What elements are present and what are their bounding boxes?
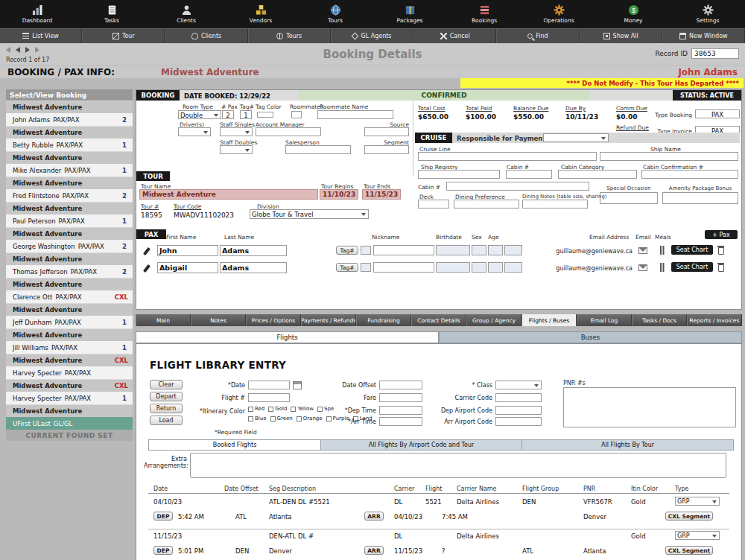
add-pax-button[interactable]: + Pax: [705, 230, 738, 239]
checkbox-icon[interactable]: [297, 416, 302, 421]
age-field[interactable]: [488, 245, 503, 255]
booking-item-client-row[interactable]: Jill Williams PAX/PAX 1: [6, 341, 133, 354]
num-pax-field[interactable]: 2: [222, 110, 234, 119]
dep-time-field[interactable]: [379, 406, 422, 415]
booking-item-client-row[interactable]: Clarence Ott PAX/PAX CXL: [6, 290, 133, 303]
new-window-button[interactable]: New Window: [662, 29, 745, 43]
tag-field[interactable]: 1: [240, 110, 252, 119]
type-booking-field[interactable]: PAX: [695, 109, 740, 118]
flight-type-select[interactable]: GRP: [675, 531, 720, 540]
booking-list-item[interactable]: Midwest Adventure UFirst ULast GL/GL: [6, 404, 133, 430]
segment-field[interactable]: [364, 145, 409, 154]
tag-color-box[interactable]: [361, 263, 371, 272]
tab[interactable]: Main: [136, 314, 191, 326]
amenity-field[interactable]: [662, 192, 738, 204]
tab[interactable]: Prices / Options: [246, 314, 301, 326]
responsible-payment-select[interactable]: [543, 133, 609, 142]
cxl-segment-button[interactable]: CXL Segment: [665, 512, 713, 521]
pax-first-name-field[interactable]: Abigail: [157, 262, 218, 273]
birthdate-field[interactable]: [436, 245, 470, 255]
nav-vendors[interactable]: Vendors: [224, 0, 298, 28]
ship-name-field[interactable]: [600, 152, 738, 161]
deck-field[interactable]: [418, 200, 449, 209]
booking-item-tour-row[interactable]: Midwest Adventure: [6, 176, 133, 189]
nav-packages[interactable]: Packages: [372, 0, 447, 28]
arr-airport-field[interactable]: [495, 417, 542, 426]
tab[interactable]: Email Log: [577, 314, 632, 326]
cancel-button[interactable]: Cancel: [413, 29, 496, 43]
tab[interactable]: Flights / Buses: [522, 314, 577, 326]
booking-list-item[interactable]: Midwest Adventure CXL Harvey Specter PAX…: [6, 379, 133, 404]
cabin-num2-field[interactable]: [446, 182, 589, 191]
booking-item-client-row[interactable]: Fred Flintstone PAX/PAX 2: [6, 189, 133, 202]
tag-button[interactable]: Tag#: [336, 246, 358, 255]
flight-date-field[interactable]: [248, 381, 290, 389]
tour-name-field[interactable]: Midwest Adventure: [139, 189, 318, 200]
booking-item-tour-row[interactable]: Midwest Adventure: [6, 278, 133, 290]
arr-button[interactable]: ARR: [364, 512, 384, 521]
booking-item-client-row[interactable]: Harvey Specter PAX/PAX 1: [6, 392, 133, 404]
tab[interactable]: Reports / Invoices: [687, 314, 742, 326]
color-checkbox[interactable]: Red: [248, 406, 264, 412]
booking-item-client-row[interactable]: John Adams PAX/PAX 2: [6, 113, 133, 126]
tag-color-swatch[interactable]: [257, 112, 273, 118]
cxl-segment-button[interactable]: CXL Segment: [665, 546, 713, 555]
dep-button[interactable]: DEP: [153, 512, 173, 521]
delete-pax-icon[interactable]: [717, 245, 724, 254]
dining-notes-field[interactable]: [522, 200, 588, 209]
booking-item-tour-row[interactable]: Midwest Adventure: [6, 151, 133, 164]
booking-list-item[interactable]: Midwest Adventure CXL Harvey Specter PAX…: [6, 354, 133, 379]
tab[interactable]: Tasks / Docs: [632, 314, 687, 326]
salesperson-field[interactable]: [285, 145, 351, 154]
booking-item-tour-row[interactable]: Midwest Adventure: [6, 101, 133, 113]
booking-item-tour-row[interactable]: Midwest Adventure: [6, 202, 133, 214]
flight-num-field[interactable]: [248, 393, 290, 402]
total-cost-label[interactable]: Total Cost: [418, 105, 446, 112]
show-all-button[interactable]: Show All: [580, 29, 662, 43]
room-type-select[interactable]: Double: [178, 110, 221, 119]
staff-singles-select[interactable]: [220, 127, 253, 136]
comm-due-label[interactable]: Comm Due: [616, 105, 647, 112]
total-paid-label[interactable]: Total Paid: [466, 105, 492, 112]
booking-list-item[interactable]: Midwest Adventure John Adams PAX/PAX 2: [6, 101, 133, 126]
dep-button[interactable]: DEP: [153, 546, 173, 555]
booking-item-tour-row[interactable]: Midwest Adventure: [6, 126, 133, 139]
find-button[interactable]: Find: [496, 29, 579, 43]
nav-tasks[interactable]: Tasks: [74, 0, 149, 28]
staff-doubles-select[interactable]: [220, 145, 253, 154]
edit-pen-icon[interactable]: [143, 264, 150, 273]
nav-operations[interactable]: Operations: [522, 0, 596, 28]
flight-list-tab[interactable]: All Flights By Airport Code and Tour: [321, 439, 522, 451]
gl-agents-button[interactable]: GL Agents: [331, 29, 413, 43]
roommate-name-field[interactable]: [317, 110, 393, 119]
booking-item-tour-row[interactable]: Midwest Adventure: [6, 227, 133, 240]
refund-due-label[interactable]: Refund Due: [616, 124, 649, 131]
booking-item-client-row[interactable]: Jeff Dunham PAX/PAX 1: [6, 316, 133, 328]
nav-tours[interactable]: Tours: [298, 0, 372, 28]
calendar-icon[interactable]: [293, 381, 302, 389]
tab[interactable]: Contact Details: [411, 314, 466, 326]
flight-library-button[interactable]: Clear: [150, 380, 183, 389]
arr-button[interactable]: ARR: [364, 546, 384, 555]
nav-dashboard[interactable]: Dashboard: [0, 0, 74, 28]
list-view-button[interactable]: List View: [0, 29, 82, 43]
flight-list-tab[interactable]: Booked Flights: [148, 439, 321, 451]
seat-chart-button[interactable]: Seat Chart: [671, 245, 713, 255]
cabin-confirmation-field[interactable]: [641, 170, 738, 179]
pax-last-name-field[interactable]: Adams: [220, 262, 287, 273]
tour-ends-field[interactable]: 11/15/23: [362, 189, 401, 200]
sex-field[interactable]: [472, 262, 486, 273]
pnr-field[interactable]: [563, 387, 736, 427]
date-offset-field[interactable]: [379, 381, 422, 389]
meals-icon[interactable]: [659, 246, 666, 255]
booking-list-item[interactable]: Midwest Adventure Mike Alexander PAX/PAX…: [6, 151, 133, 176]
color-checkbox[interactable]: Yellow: [291, 406, 314, 412]
nav-clients[interactable]: Clients: [149, 0, 224, 28]
flight-library-button[interactable]: Depart: [150, 392, 183, 401]
checkbox-icon[interactable]: [268, 407, 273, 412]
tour-number-link[interactable]: Tour #: [141, 203, 159, 210]
tours-button[interactable]: Tours: [248, 29, 331, 43]
nav-money[interactable]: $ Money: [596, 0, 670, 28]
tab[interactable]: Payments / Refunds: [301, 314, 356, 326]
booking-item-tour-row[interactable]: Midwest Adventure: [6, 252, 133, 265]
